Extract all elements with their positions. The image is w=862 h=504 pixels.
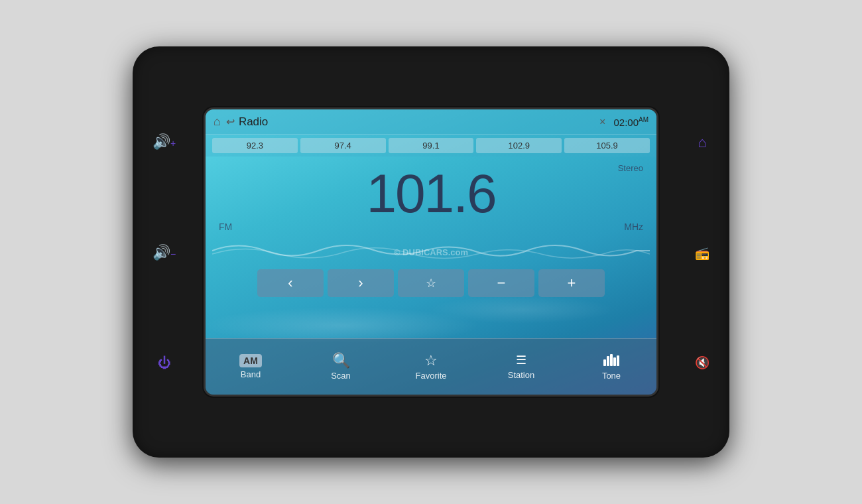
playback-controls: ‹ › ☆ − + — [206, 264, 656, 302]
left-side-buttons: 🔊+ 🔊− ⏻ — [153, 46, 176, 458]
tab-tone-label: Tone — [602, 371, 621, 381]
preset-3[interactable]: 99.1 — [389, 138, 474, 153]
car-unit: 🔊+ 🔊− ⏻ © DUBICARS.com ⌂ ↩ Radio × 02:00… — [133, 46, 729, 458]
favorite-button[interactable]: ☆ — [398, 269, 464, 297]
close-button[interactable]: × — [599, 116, 605, 128]
plus-button[interactable]: + — [538, 269, 605, 297]
tab-tone[interactable]: Tone — [566, 339, 656, 395]
radio-side-button[interactable]: 📻 — [695, 246, 709, 261]
prev-button[interactable]: ‹ — [257, 269, 324, 297]
tab-station-label: Station — [508, 370, 534, 380]
preset-2[interactable]: 97.4 — [300, 138, 386, 153]
svg-rect-0 — [603, 359, 606, 366]
infotainment-screen: © DUBICARS.com ⌂ ↩ Radio × 02:00AM 92.3 … — [206, 109, 656, 395]
preset-4[interactable]: 102.9 — [476, 138, 562, 153]
tab-scan-label: Scan — [331, 371, 351, 381]
screen-title: Radio — [239, 115, 599, 129]
home-side-button[interactable]: ⌂ — [698, 134, 706, 151]
preset-5[interactable]: 105.9 — [564, 138, 650, 153]
tone-icon — [603, 353, 619, 368]
preset-1[interactable]: 92.3 — [212, 138, 298, 153]
tab-favorite-label: Favorite — [416, 371, 447, 381]
scan-icon: 🔍 — [332, 353, 350, 368]
power-button[interactable]: ⏻ — [158, 355, 171, 371]
current-frequency: 101.6 — [219, 163, 643, 234]
band-icon: AM — [239, 354, 262, 367]
tab-band[interactable]: AM Band — [206, 339, 296, 395]
clock-display: 02:00AM — [613, 116, 648, 128]
band-label: FM — [219, 221, 232, 232]
wave-visualization — [212, 237, 650, 264]
home-icon[interactable]: ⌂ — [214, 115, 221, 129]
svg-rect-3 — [613, 357, 616, 366]
band-icon-wrap: AM — [239, 355, 262, 367]
header-bar: ⌂ ↩ Radio × 02:00AM — [206, 109, 656, 135]
stereo-label: Stereo — [618, 163, 643, 173]
minus-button[interactable]: − — [468, 269, 534, 297]
tab-bar: AM Band 🔍 Scan ☆ Favorite ☰ Station — [206, 338, 656, 395]
svg-rect-2 — [610, 354, 613, 366]
station-icon: ☰ — [516, 353, 526, 368]
svg-rect-4 — [617, 355, 619, 366]
volume-down-button[interactable]: 🔊− — [153, 244, 176, 261]
next-button[interactable]: › — [328, 269, 394, 297]
back-icon[interactable]: ↩ — [226, 115, 235, 128]
frequency-display: Stereo 101.6 FM MHz — [206, 157, 656, 237]
volume-up-button[interactable]: 🔊+ — [153, 133, 176, 151]
favorite-tab-icon: ☆ — [424, 353, 438, 368]
preset-frequencies: 92.3 97.4 99.1 102.9 105.9 — [206, 135, 656, 157]
tab-band-label: Band — [241, 369, 261, 379]
svg-rect-1 — [607, 356, 609, 366]
mute-side-button[interactable]: 🔇 — [695, 355, 709, 370]
unit-label: MHz — [624, 221, 643, 232]
tab-station[interactable]: ☰ Station — [476, 339, 566, 395]
tab-scan[interactable]: 🔍 Scan — [296, 339, 386, 395]
right-side-buttons: ⌂ 📻 🔇 — [695, 46, 709, 458]
tab-favorite[interactable]: ☆ Favorite — [386, 339, 476, 395]
